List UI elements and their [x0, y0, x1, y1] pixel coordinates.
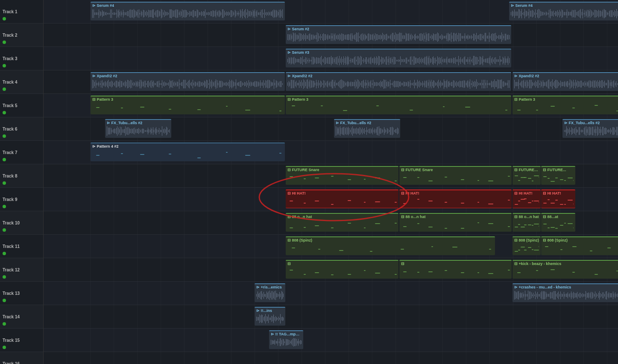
track-headers: Track 1Track 2Track 3Track 4Track 5Track… — [0, 0, 44, 364]
clip-11-2[interactable]: ⊟ 808 (Spinz) — [541, 236, 618, 255]
clip-7-0[interactable]: ⊳ Pattern 4 #2 — [91, 143, 285, 161]
clip-5-1[interactable]: ⊟ Pattern 3 — [286, 96, 511, 114]
clip-10-0[interactable]: ⊟ 88 o...n hat — [286, 213, 398, 232]
clip-label-10-0: ⊟ 88 o...n hat — [286, 214, 398, 220]
clip-8-3[interactable]: ⊟ FUTURE... — [541, 166, 575, 185]
waveform-4-0 — [92, 79, 283, 90]
track-row-7[interactable]: ⊳ Pattern 4 #2 — [44, 141, 618, 164]
track-header-4[interactable]: Track 4 — [0, 70, 43, 94]
clip-label-14-0: ⊳ !!...ins — [255, 308, 285, 314]
waveform-6-1 — [336, 125, 398, 137]
track-header-13[interactable]: Track 13 — [0, 282, 43, 305]
clip-label-1-0: ⊳ Serum #4 — [91, 3, 285, 9]
track-row-4[interactable]: ⊳ Xpand!2 #2⊳ Xpand!2 #2⊳ Xpand!2 #2 — [44, 70, 618, 94]
clip-2-0[interactable]: ⊳ Serum #2 — [286, 25, 511, 44]
track-name-4: Track 4 — [3, 80, 41, 84]
clip-label-9-3: ⊟ HI HAT! — [541, 190, 575, 196]
clip-12-0[interactable]: ⊟ — [286, 260, 398, 279]
clip-label-4-0: ⊳ Xpand!2 #2 — [91, 73, 285, 79]
track-row-8[interactable]: ⊟ FUTURE Snare⊟ FUTURE Snare⊟ FUTURE Sna… — [44, 164, 618, 188]
track-name-9: Track 9 — [3, 197, 41, 202]
clip-label-13-1: ⊳ +crashes - mu...ed - khemics — [513, 284, 618, 290]
waveform-4-2 — [514, 79, 618, 90]
track-header-5[interactable]: Track 5 — [0, 94, 43, 117]
clip-8-0[interactable]: ⊟ FUTURE Snare — [286, 166, 398, 185]
clip-10-3[interactable]: ⊟ 88...at — [541, 213, 575, 232]
clip-label-8-2: ⊟ FUTURE Snare — [513, 167, 541, 173]
clip-8-2[interactable]: ⊟ FUTURE Snare — [513, 166, 541, 185]
clip-6-0[interactable]: ⊳ FX_Tubu...ells #2 — [105, 119, 171, 138]
track-name-14: Track 14 — [3, 314, 41, 319]
track-row-5[interactable]: ⊟ Pattern 3⊟ Pattern 3⊟ Pattern 3 — [44, 94, 618, 117]
clip-label-5-2: ⊟ Pattern 3 — [513, 96, 618, 102]
clip-13-1[interactable]: ⊳ +crashes - mu...ed - khemics — [513, 283, 618, 302]
track-header-11[interactable]: Track 11 — [0, 235, 43, 258]
clip-label-12-1: ⊟ — [399, 261, 512, 267]
clip-6-2[interactable]: ⊳ FX_Tubu...ells #2 — [562, 119, 618, 138]
track-row-9[interactable]: ⊟ HI HAT!⊟ HI HAT!⊟ HI HAT!⊟ HI HAT!⊟ HI… — [44, 188, 618, 211]
clip-10-1[interactable]: ⊟ 88 o...n hat — [399, 213, 512, 232]
clip-11-1[interactable]: ⊟ 808 (Spinz) — [513, 236, 541, 255]
track-header-16[interactable]: Track 16 — [0, 352, 43, 364]
clip-9-0[interactable]: ⊟ HI HAT! — [286, 189, 398, 208]
clip-1-1[interactable]: ⊳ Serum #4 — [509, 2, 618, 20]
track-name-5: Track 5 — [3, 103, 41, 108]
track-header-1[interactable]: Track 1 — [0, 0, 43, 23]
track-header-9[interactable]: Track 9 — [0, 188, 43, 211]
clip-11-0[interactable]: ⊟ 808 (Spinz) — [286, 236, 495, 255]
waveform-14-0 — [256, 313, 284, 324]
track-row-2[interactable]: ⊳ Serum #2 — [44, 23, 618, 47]
clip-9-3[interactable]: ⊟ HI HAT! — [541, 189, 575, 208]
clip-12-1[interactable]: ⊟ — [399, 260, 512, 279]
track-header-10[interactable]: Track 10 — [0, 211, 43, 235]
track-dot-14 — [3, 322, 6, 326]
track-header-15[interactable]: Track 15 — [0, 329, 43, 352]
clip-label-9-2: ⊟ HI HAT! — [513, 190, 541, 196]
clip-label-10-2: ⊟ 88 o...n hat — [513, 214, 541, 220]
track-row-13[interactable]: ⊳ +ris...emics⊳ +crashes - mu...ed - khe… — [44, 282, 618, 305]
track-row-15[interactable]: ⊳ !! TAG...mpkins — [44, 329, 618, 352]
track-row-3[interactable]: ⊳ Serum #3 — [44, 47, 618, 70]
track-header-3[interactable]: Track 3 — [0, 47, 43, 70]
track-row-12[interactable]: ⊟⊟⊟ +kick - beazy - khemics — [44, 258, 618, 282]
track-row-6[interactable]: ⊳ FX_Tubu...ells #2⊳ FX_Tubu...ells #2⊳ … — [44, 117, 618, 141]
track-dot-11 — [3, 252, 6, 255]
clip-5-0[interactable]: ⊟ Pattern 3 — [91, 96, 285, 114]
track-row-11[interactable]: ⊟ 808 (Spinz)⊟ 808 (Spinz)⊟ 808 (Spinz) — [44, 235, 618, 258]
clip-label-12-2: ⊟ +kick - beazy - khemics — [513, 261, 618, 267]
track-row-16[interactable] — [44, 352, 618, 364]
track-header-2[interactable]: Track 2 — [0, 23, 43, 47]
clip-1-0[interactable]: ⊳ Serum #4 — [91, 2, 285, 20]
clip-14-0[interactable]: ⊳ !!...ins — [255, 307, 285, 326]
track-row-14[interactable]: ⊳ !!...ins — [44, 305, 618, 329]
track-header-7[interactable]: Track 7 — [0, 141, 43, 164]
clip-10-2[interactable]: ⊟ 88 o...n hat — [513, 213, 541, 232]
waveform-3-0 — [287, 55, 510, 66]
track-header-14[interactable]: Track 14 — [0, 305, 43, 329]
clip-13-0[interactable]: ⊳ +ris...emics — [255, 283, 285, 302]
waveform-2-0 — [287, 32, 510, 43]
track-dot-12 — [3, 275, 6, 279]
track-row-1[interactable]: ⊳ Serum #4⊳ Serum #4 — [44, 0, 618, 23]
track-header-12[interactable]: Track 12 — [0, 258, 43, 282]
track-dot-15 — [3, 346, 6, 349]
clip-8-1[interactable]: ⊟ FUTURE Snare — [399, 166, 512, 185]
clip-label-8-3: ⊟ FUTURE... — [541, 167, 575, 173]
track-header-6[interactable]: Track 6 — [0, 117, 43, 141]
clip-15-0[interactable]: ⊳ !! TAG...mpkins — [269, 330, 303, 349]
clip-9-2[interactable]: ⊟ HI HAT! — [513, 189, 541, 208]
clip-label-8-1: ⊟ FUTURE Snare — [399, 167, 512, 173]
clip-12-2[interactable]: ⊟ +kick - beazy - khemics — [513, 260, 618, 279]
clip-4-2[interactable]: ⊳ Xpand!2 #2 — [513, 72, 618, 91]
clip-9-1[interactable]: ⊟ HI HAT! — [399, 189, 512, 208]
track-header-8[interactable]: Track 8 — [0, 164, 43, 188]
clip-6-1[interactable]: ⊳ FX_Tubu...ells #2 — [334, 119, 400, 138]
track-row-10[interactable]: ⊟ 88 o...n hat⊟ 88 o...n hat⊟ 88 o...n h… — [44, 211, 618, 235]
track-name-1: Track 1 — [3, 9, 41, 14]
clip-4-0[interactable]: ⊳ Xpand!2 #2 — [91, 72, 285, 91]
clip-5-2[interactable]: ⊟ Pattern 3 — [513, 96, 618, 114]
clip-4-1[interactable]: ⊳ Xpand!2 #2 — [286, 72, 511, 91]
track-dot-3 — [3, 64, 6, 67]
clip-3-0[interactable]: ⊳ Serum #3 — [286, 49, 511, 67]
track-dot-8 — [3, 181, 6, 185]
